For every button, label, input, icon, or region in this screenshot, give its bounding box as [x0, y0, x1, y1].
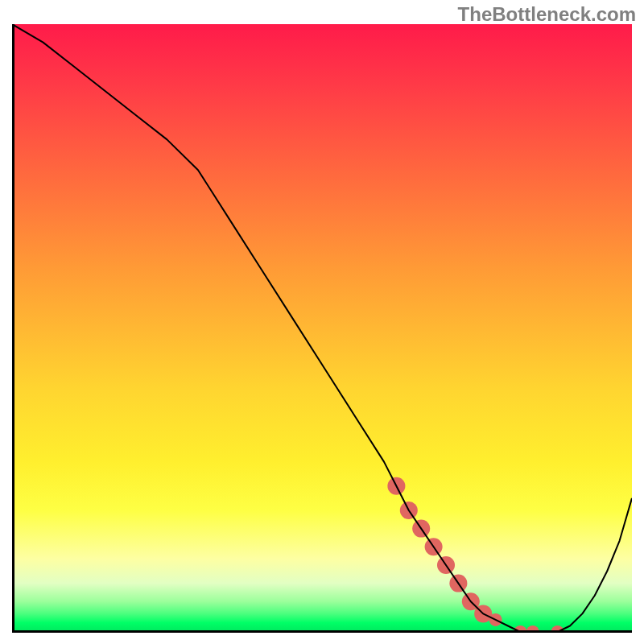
data-markers — [387, 477, 564, 632]
plot-area — [12, 24, 632, 632]
y-axis — [12, 24, 14, 632]
x-axis — [12, 630, 632, 633]
watermark-text: TheBottleneck.com — [458, 3, 636, 26]
bottleneck-curve — [12, 24, 632, 632]
chart-container: TheBottleneck.com — [0, 0, 644, 644]
plot-overlay-svg — [12, 24, 632, 632]
